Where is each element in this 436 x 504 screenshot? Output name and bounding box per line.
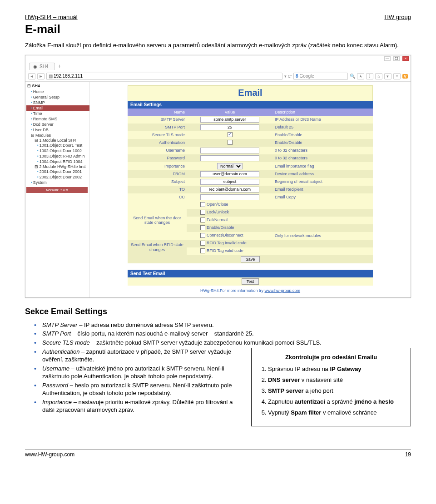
input-smtp-server[interactable] — [200, 117, 259, 123]
page-icon: ▪ — [31, 106, 32, 110]
tree-item-user-db[interactable]: ▪ User DB — [26, 127, 89, 133]
checklist-item: Vypnutý Spam filter v emailové schránce — [268, 409, 403, 417]
input-smtp-port[interactable] — [200, 124, 259, 130]
tree-root[interactable]: ⊟ SH4 — [26, 83, 89, 89]
globe-icon: ◉ — [33, 64, 37, 69]
close-icon[interactable]: × — [402, 56, 409, 61]
input-from[interactable] — [200, 171, 259, 177]
tree-subitem[interactable]: ▪ 1003.Object RFID Admin — [26, 153, 89, 159]
save-button[interactable]: Save — [241, 256, 260, 262]
test-button[interactable]: Test — [242, 278, 259, 285]
col-desc: Description — [273, 109, 373, 116]
row-name: CC — [128, 193, 187, 201]
check-label: Lock/Unlock — [207, 210, 229, 214]
tree-subitem[interactable]: ▪ 1002.Object Door 1002 — [26, 148, 89, 153]
extension-badge[interactable]: V — [402, 74, 408, 79]
row-name: FROM — [128, 170, 187, 178]
check-label: Fail/Normal — [207, 217, 228, 222]
checkbox-secure-tls-mode[interactable] — [228, 132, 233, 137]
select-importance[interactable]: Normal — [217, 163, 243, 169]
check-label: RFID Tag valid code — [207, 248, 243, 253]
row-name: TO — [128, 186, 187, 193]
browser-tab[interactable]: ◉ SH4 — [29, 63, 55, 70]
checkbox-rfid-tag-valid-code[interactable] — [200, 248, 205, 253]
checkbox-open-close[interactable] — [200, 202, 205, 207]
bullet-item: SMTP Port – číslo portu, na kterém naslo… — [42, 330, 411, 338]
checkbox-connect-disconnect[interactable] — [200, 233, 205, 238]
input-cc[interactable] — [200, 194, 259, 200]
settings-table: Name Value Description SMTP ServerIP Add… — [128, 109, 373, 263]
tree-module-1[interactable]: ⊟ 1.Module Local SH4 — [26, 138, 89, 143]
row-name: SMTP Server — [128, 116, 187, 124]
minimize-icon[interactable]: — — [384, 56, 391, 61]
content-title: Email — [128, 85, 373, 101]
input-subject[interactable] — [200, 179, 259, 185]
tree-item-remote-sms[interactable]: ▪ Remote SMS — [26, 116, 89, 122]
checkbox-lock-unlock[interactable] — [200, 210, 205, 215]
forward-icon[interactable]: ► — [37, 73, 45, 79]
checkbox-enable-disable[interactable] — [200, 225, 205, 230]
check-label: Connect/Disconnect — [207, 233, 243, 237]
home-icon[interactable]: ⌂ — [375, 73, 382, 79]
tree-module-2[interactable]: ⊟ 2.Module HWg-SH4e first — [26, 164, 89, 169]
check-box: Zkontrolujte pro odeslání Emailu Správno… — [251, 348, 411, 427]
checklist-item: Správnou IP adresu na IP Gateway — [268, 365, 403, 373]
page-heading: E-mail — [25, 22, 411, 36]
star-icon[interactable]: ★ — [357, 73, 364, 79]
maximize-icon[interactable]: ▢ — [393, 56, 400, 61]
tree-item-time[interactable]: ▪ Time — [26, 111, 89, 116]
check-label: Open/Close — [207, 202, 228, 207]
page-icon: ▪ — [31, 95, 32, 99]
row-name: Secure TLS mode — [128, 131, 187, 139]
search-engine-icon: 8 — [296, 74, 298, 79]
checkbox-authentication[interactable] — [228, 140, 233, 145]
nav-tree: ⊟ SH4 ▪ Home▪ General Setup▪ SNMP▪ Email… — [25, 82, 90, 297]
search-icon[interactable]: 🔍 — [350, 74, 355, 79]
url-text: 192.168.2.111 — [54, 74, 83, 79]
page-icon: ▪ — [31, 100, 32, 104]
checkbox-fail-normal[interactable] — [200, 217, 205, 222]
footer-left: www.HW-group.com — [25, 451, 74, 458]
download-icon[interactable]: ⇩ — [366, 73, 373, 79]
version-label: Version: 1.0.5 — [26, 187, 88, 193]
footer-link[interactable]: www.hw-group.com — [265, 288, 301, 293]
menu-icon[interactable]: ≡ — [393, 73, 401, 79]
page-icon: ▦ — [49, 74, 53, 79]
tree-item-snmp[interactable]: ▪ SNMP — [26, 100, 89, 105]
page-icon: ▪ — [31, 89, 32, 94]
row-desc: IP Address or DNS Name — [273, 116, 373, 124]
checklist-item: DNS server v nastavení sítě — [268, 376, 403, 384]
settings-header: Email Settings — [128, 101, 373, 109]
tree-modules[interactable]: ⊟ Modules — [26, 133, 89, 138]
tree-subitem[interactable]: ▪ 2002.Object Door 2002 — [26, 174, 89, 180]
tree-subitem[interactable]: ▪ 1004.Object RFID 1004 — [26, 159, 89, 164]
tree-system[interactable]: ▪ System — [26, 180, 89, 185]
footer-right: 19 — [405, 451, 411, 458]
new-tab-button[interactable]: + — [58, 63, 61, 69]
tree-item-home[interactable]: ▪ Home — [26, 89, 89, 94]
row-desc: Enable/Disable — [273, 131, 373, 139]
input-to[interactable] — [200, 187, 259, 193]
tree-subitem[interactable]: ▪ 2001.Object Door 2001 — [26, 169, 89, 174]
bullet-item: Authentication – zapnutí autorizace v př… — [42, 348, 241, 364]
tree-item-general-setup[interactable]: ▪ General Setup — [26, 94, 89, 100]
search-box[interactable]: 8 Google — [293, 73, 348, 80]
row-desc: Email Recipient — [273, 186, 373, 193]
checkbox-rfid-tag-invalid-code[interactable] — [200, 241, 205, 246]
tree-item-dcd-server[interactable]: ▪ Dcd Server — [26, 122, 89, 127]
input-username[interactable] — [200, 148, 259, 153]
row-desc: 0 to 32 characters — [273, 147, 373, 154]
input-password[interactable] — [200, 155, 259, 161]
tree-subitem[interactable]: ▪ 1001.Object Door1 Test — [26, 143, 89, 148]
back-icon[interactable]: ◄ — [28, 73, 35, 79]
tree-item-email[interactable]: ▪ Email — [26, 105, 89, 111]
search-placeholder: Google — [300, 74, 314, 79]
bullet-item: Password – heslo pro autorizaci k SMTP s… — [42, 381, 241, 397]
door-group-label: Send Email when the door state changes — [128, 201, 187, 240]
row-desc: Beginning of email subject — [273, 178, 373, 186]
row-name: SMTP Port — [128, 124, 187, 131]
col-name: Name — [128, 109, 187, 116]
url-bar[interactable]: ▦ 192.168.2.111 — [46, 73, 282, 80]
page-icon: ▪ — [31, 128, 32, 132]
marker-icon[interactable]: ▾ — [384, 73, 391, 79]
